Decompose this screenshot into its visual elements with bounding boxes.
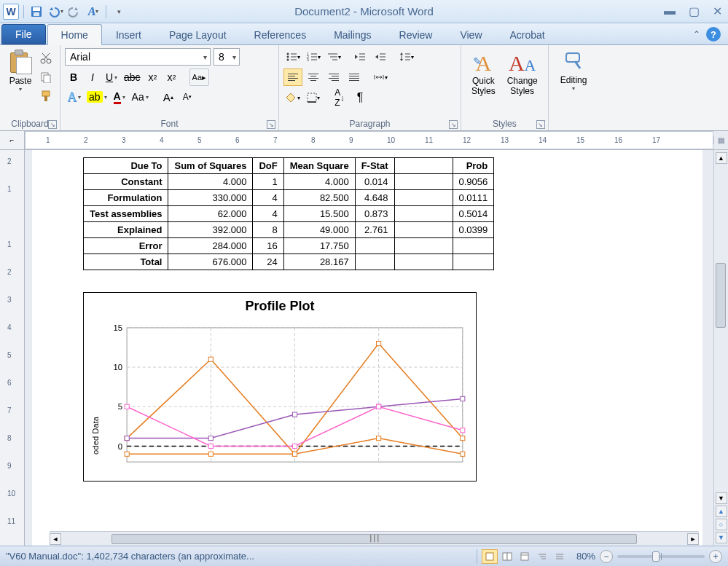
redo-button[interactable]	[66, 4, 82, 20]
maximize-button[interactable]: ▢	[689, 4, 700, 18]
quick-styles-button[interactable]: ✎A Quick Styles	[466, 48, 501, 117]
quick-access-toolbar: W ▾ A▾ ▾	[0, 4, 127, 20]
svg-rect-70	[461, 396, 465, 401]
vscroll-down-button[interactable]: ▼	[716, 492, 727, 504]
grow-font-button[interactable]: A▴	[160, 88, 177, 106]
font-color-button[interactable]: A▾	[111, 88, 128, 106]
tab-acrobat[interactable]: Acrobat	[496, 24, 559, 44]
horizontal-ruler[interactable]: ⌐ 1234567891011121314151617 ▤	[0, 131, 728, 150]
vertical-scrollbar[interactable]: ▲ ▼ ▲ ○ ▼	[713, 150, 728, 546]
svg-point-4	[47, 59, 51, 63]
svg-rect-76	[486, 553, 493, 560]
tab-references[interactable]: References	[240, 24, 321, 44]
zoom-slider[interactable]	[617, 555, 705, 558]
outline-view-button[interactable]	[534, 549, 550, 564]
distributed-button[interactable]: ▾	[371, 68, 390, 86]
paste-button[interactable]: Paste ▾	[4, 48, 36, 117]
minimize-ribbon-button[interactable]: ⌃	[693, 29, 700, 39]
italic-button[interactable]: I	[84, 68, 101, 86]
align-center-button[interactable]	[304, 68, 323, 86]
decrease-indent-button[interactable]	[351, 48, 369, 66]
help-icon[interactable]: ?	[706, 27, 721, 42]
svg-rect-75	[461, 428, 465, 433]
underline-button[interactable]: U▾	[103, 68, 120, 86]
status-text[interactable]: "V60 Manual.doc": 1,402,734 characters (…	[6, 551, 472, 562]
sort-button[interactable]: AZ↓	[330, 89, 349, 106]
tab-page-layout[interactable]: Page Layout	[155, 24, 240, 44]
font-name-combo[interactable]: Arial	[65, 48, 211, 66]
qat-customize-dropdown[interactable]: ▾	[111, 4, 127, 20]
font-size-combo[interactable]: 8	[214, 48, 240, 66]
hscroll-left-button[interactable]: ◄	[50, 533, 61, 545]
minimize-button[interactable]: ▬	[664, 4, 676, 18]
font-size-value: 8	[219, 51, 224, 63]
format-painter-button[interactable]	[38, 89, 54, 103]
styles-dialog-launcher[interactable]: ↘	[536, 120, 545, 129]
browse-object-button[interactable]: ○	[716, 519, 727, 530]
cut-button[interactable]	[38, 51, 54, 66]
ruler-toggle-button[interactable]: ▤	[713, 136, 728, 144]
chart-canvas: 051015oded Data	[90, 318, 470, 471]
file-tab[interactable]: File	[1, 24, 46, 44]
justify-button[interactable]	[345, 68, 364, 86]
qat-style-button[interactable]: A▾	[85, 4, 101, 20]
save-button[interactable]	[28, 4, 44, 20]
show-hide-button[interactable]: ¶	[351, 89, 369, 106]
svg-rect-8	[44, 75, 50, 83]
tab-home[interactable]: Home	[47, 24, 102, 45]
horizontal-scrollbar[interactable]: ◄ ┃┃┃ ►	[50, 531, 699, 546]
multilevel-list-button[interactable]: ▾	[324, 48, 343, 66]
tab-review[interactable]: Review	[385, 24, 447, 44]
shading-button[interactable]: ▾	[283, 89, 302, 106]
change-case-button[interactable]: Aa▸	[189, 68, 209, 86]
tab-view[interactable]: View	[446, 24, 496, 44]
prev-page-button[interactable]: ▲	[716, 506, 727, 517]
bold-button[interactable]: B	[65, 68, 82, 86]
vscroll-up-button[interactable]: ▲	[716, 152, 727, 164]
superscript-button[interactable]: x2	[163, 68, 181, 86]
increase-indent-button[interactable]	[371, 48, 390, 66]
copy-button[interactable]	[38, 70, 54, 84]
numbering-button[interactable]: 123▾	[304, 48, 323, 66]
text-effects-button[interactable]: A▾	[65, 88, 83, 106]
zoom-thumb[interactable]	[652, 551, 659, 562]
paragraph-dialog-launcher[interactable]: ↘	[449, 120, 458, 129]
character-spacing-button[interactable]: Aa▾	[130, 88, 151, 106]
tab-selector[interactable]: ⌐	[0, 131, 25, 149]
shrink-font-button[interactable]: A▾	[179, 88, 196, 106]
undo-button[interactable]: ▾	[47, 4, 63, 20]
next-page-button[interactable]: ▼	[716, 532, 727, 543]
hscroll-right-button[interactable]: ►	[687, 533, 699, 545]
full-screen-view-button[interactable]	[499, 549, 515, 564]
print-layout-view-button[interactable]	[482, 549, 498, 564]
svg-rect-74	[377, 404, 381, 409]
align-right-button[interactable]	[324, 68, 343, 86]
strikethrough-button[interactable]: abc	[122, 68, 143, 86]
change-styles-button[interactable]: AA Change Styles	[501, 48, 544, 117]
zoom-in-button[interactable]: +	[709, 550, 722, 563]
svg-rect-9	[42, 91, 50, 96]
bullets-button[interactable]: ▾	[283, 48, 302, 66]
zoom-out-button[interactable]: −	[600, 550, 613, 563]
vertical-ruler[interactable]: 21123456789101112	[0, 150, 25, 546]
tab-mailings[interactable]: Mailings	[320, 24, 385, 44]
web-layout-view-button[interactable]	[517, 549, 533, 564]
ribbon-tabs: File Home Insert Page Layout References …	[0, 23, 728, 45]
app-icon[interactable]: W	[3, 4, 19, 20]
editing-button[interactable]: Editing ▾	[553, 48, 595, 117]
font-dialog-launcher[interactable]: ↘	[267, 120, 275, 129]
borders-button[interactable]: ▾	[304, 89, 323, 106]
clipboard-dialog-launcher[interactable]: ↘	[48, 120, 57, 129]
document-viewport[interactable]: Due ToSum of SquaresDoFMean SquareF-Stat…	[25, 150, 713, 546]
zoom-level[interactable]: 80%	[576, 551, 595, 562]
highlight-button[interactable]: ab▾	[85, 88, 109, 106]
close-button[interactable]: ✕	[713, 4, 722, 18]
align-left-button[interactable]	[283, 68, 302, 86]
subscript-button[interactable]: x2	[144, 68, 162, 86]
chart-title: Profile Plot	[90, 299, 470, 314]
line-spacing-button[interactable]: ▾	[397, 48, 416, 66]
vscroll-thumb[interactable]	[716, 263, 726, 329]
hscroll-thumb[interactable]: ┃┃┃	[111, 534, 638, 544]
draft-view-button[interactable]	[552, 549, 568, 564]
tab-insert[interactable]: Insert	[102, 24, 155, 44]
